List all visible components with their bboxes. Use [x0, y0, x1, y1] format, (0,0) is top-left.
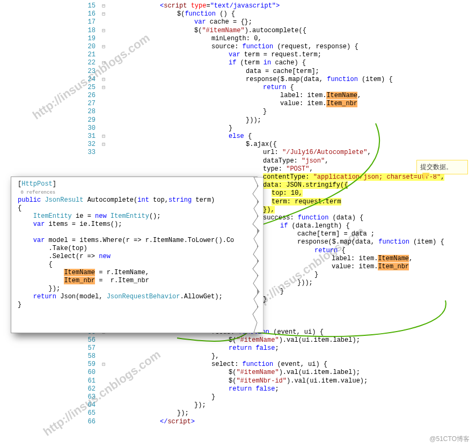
code-text[interactable]: return {: [108, 84, 294, 92]
blog-attribution: @51CTO博客: [429, 435, 470, 444]
code-line: 27value: item.Item_nbr: [0, 100, 476, 108]
code-text[interactable]: $("#itemNbr-id").val(ui.item.value);: [108, 377, 368, 385]
code-text[interactable]: }: [108, 393, 215, 401]
line-number: 29: [75, 116, 99, 124]
code-line: 59⊟select: function (event, ui) {: [0, 361, 476, 369]
fold-gutter[interactable]: ⊟: [99, 2, 108, 10]
code-text[interactable]: value: item.Item_nbr: [108, 100, 357, 108]
line-number: 63: [75, 393, 99, 401]
code-text[interactable]: minLength: 0,: [108, 35, 262, 43]
code-line: 60$("#itemName").val(ui.item.label);: [0, 369, 476, 377]
code-text[interactable]: var cache = {};: [108, 18, 252, 26]
code-line: 21var term = request.term;: [0, 51, 476, 59]
line-number: 26: [75, 92, 99, 100]
line-number: 60: [75, 369, 99, 377]
popup-code-line: var items = ie.Items();: [18, 221, 254, 229]
code-text[interactable]: response($.map(data, function (item) {: [108, 76, 393, 84]
code-line: 64});: [0, 401, 476, 409]
code-text[interactable]: $("#itemName").val(ui.item.label);: [108, 336, 360, 344]
line-number: 56: [75, 336, 99, 344]
code-text[interactable]: <script type="text/javascript">: [108, 2, 280, 10]
popup-code-line: Item_nbr = r.Item_nbr: [18, 277, 254, 285]
popup-code-line: [HttpPost]: [18, 180, 254, 188]
line-number: 33: [75, 149, 99, 157]
code-text[interactable]: dataType: "json",: [108, 157, 328, 165]
code-text[interactable]: }: [108, 124, 232, 133]
line-number: 57: [75, 344, 99, 352]
code-line: 28}: [0, 108, 476, 116]
code-text[interactable]: data = cache[term];: [108, 68, 319, 76]
fold-gutter[interactable]: ⊟: [99, 10, 108, 18]
line-number: 66: [75, 418, 99, 426]
line-number: 64: [75, 401, 99, 409]
code-text[interactable]: return false;: [108, 385, 279, 393]
code-text[interactable]: }: [108, 108, 267, 116]
code-text[interactable]: var term = request.term;: [108, 51, 321, 59]
popup-code-line: });: [18, 285, 254, 293]
code-line: 66</script>: [0, 418, 476, 426]
code-text[interactable]: $("#itemName").autocomplete({: [108, 27, 306, 35]
code-line: 15⊟<script type="text/javascript">: [0, 2, 476, 10]
code-line: 56$("#itemName").val(ui.item.label);: [0, 336, 476, 344]
line-number: 19: [75, 35, 99, 43]
code-line: 22⊟if (term in cache) {: [0, 59, 476, 67]
code-text[interactable]: });: [108, 401, 206, 409]
code-line: 65});: [0, 409, 476, 417]
line-number: 23: [75, 68, 99, 76]
popup-code-line: public JsonResult Autocomplete(int top,s…: [18, 196, 254, 204]
code-line: 23data = cache[term];: [0, 68, 476, 76]
code-text[interactable]: return false;: [108, 344, 279, 352]
code-text[interactable]: select: function (event, ui) {: [108, 361, 327, 369]
code-text[interactable]: else {: [108, 133, 252, 141]
popup-code-line: return Json(model, JsonRequestBehavior.A…: [18, 293, 254, 301]
fold-gutter[interactable]: ⊟: [99, 59, 108, 67]
csharp-excerpt-popup: [HttpPost] 0 referencespublic JsonResult…: [11, 177, 258, 333]
fold-gutter[interactable]: ⊟: [99, 76, 108, 84]
code-line: 17var cache = {};: [0, 18, 476, 26]
code-text[interactable]: },: [108, 352, 219, 361]
code-text[interactable]: label: item.ItemName,: [108, 92, 361, 100]
code-text[interactable]: });: [108, 409, 189, 417]
code-text[interactable]: $.ajax({: [108, 141, 277, 149]
code-line: 62return false;: [0, 385, 476, 393]
code-line: 24⊟response($.map(data, function (item) …: [0, 76, 476, 84]
line-number: 58: [75, 352, 99, 361]
line-number: 59: [75, 361, 99, 369]
code-line: dataType: "json",: [0, 157, 476, 165]
code-text[interactable]: }));: [108, 116, 261, 124]
fold-gutter[interactable]: ⊟: [99, 141, 108, 149]
code-line: 61$("#itemNbr-id").val(ui.item.value);: [0, 377, 476, 385]
fold-gutter[interactable]: ⊟: [99, 133, 108, 141]
fold-gutter[interactable]: ⊟: [99, 43, 108, 51]
line-number: 22: [75, 59, 99, 67]
code-text[interactable]: $("#itemName").val(ui.item.label);: [108, 369, 360, 377]
fold-gutter[interactable]: ⊟: [99, 84, 108, 92]
popup-code-line: {: [18, 204, 254, 212]
code-text[interactable]: url: "/July16/Autocomplete",: [108, 149, 371, 157]
code-line: 18⊟$("#itemName").autocomplete({: [0, 27, 476, 35]
fold-gutter[interactable]: ⊟: [99, 27, 108, 35]
code-text[interactable]: </script>: [108, 418, 195, 426]
line-number: 30: [75, 124, 99, 133]
line-number: 61: [75, 377, 99, 385]
popup-code-line: [18, 229, 254, 237]
line-number: 18: [75, 27, 99, 35]
code-line: 32⊟$.ajax({: [0, 141, 476, 149]
code-line: 20⊟source: function (request, response) …: [0, 43, 476, 51]
popup-code-line: {: [18, 261, 254, 269]
fold-gutter[interactable]: ⊟: [99, 361, 108, 369]
code-line: 26label: item.ItemName,: [0, 92, 476, 100]
code-text[interactable]: source: function (request, response) {: [108, 43, 358, 51]
code-text[interactable]: type: "POST",: [108, 165, 313, 173]
line-number: 15: [75, 2, 99, 10]
code-text[interactable]: if (term in cache) {: [108, 59, 306, 67]
code-line: type: "POST",: [0, 165, 476, 173]
line-number: 62: [75, 385, 99, 393]
line-number: 21: [75, 51, 99, 59]
code-line: 30}: [0, 124, 476, 133]
popup-code-line: ItemEntity ie = new ItemEntity();: [18, 212, 254, 221]
line-number: 17: [75, 18, 99, 26]
code-text[interactable]: $(function () {: [108, 10, 235, 18]
line-number: 32: [75, 141, 99, 149]
line-number: 27: [75, 100, 99, 108]
